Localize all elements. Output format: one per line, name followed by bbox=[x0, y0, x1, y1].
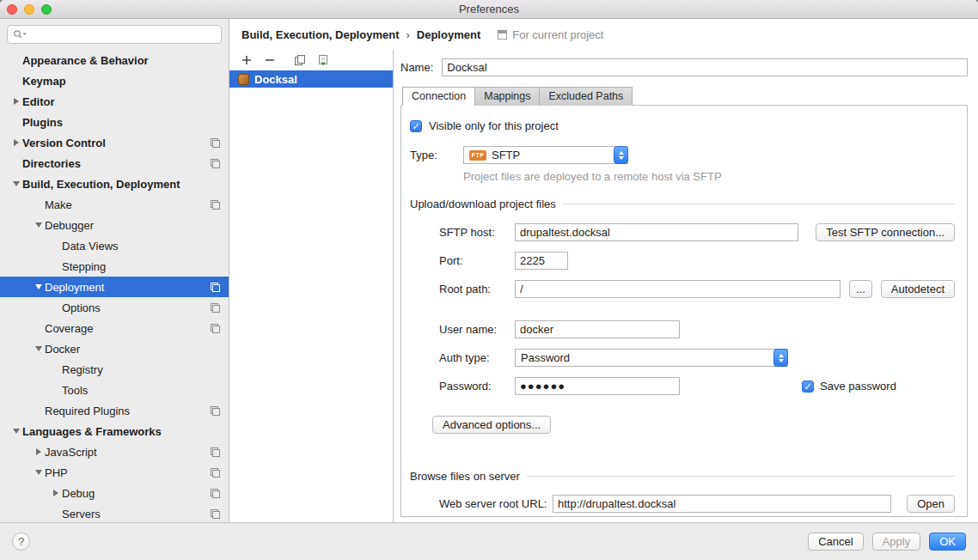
sidebar-item-required-plugins[interactable]: Required Plugins bbox=[0, 400, 229, 421]
help-button[interactable]: ? bbox=[12, 533, 30, 551]
breadcrumb: Build, Execution, Deployment › Deploymen… bbox=[241, 28, 480, 41]
autodetect-button[interactable]: Autodetect bbox=[881, 280, 955, 298]
test-sftp-connection-button[interactable]: Test SFTP connection... bbox=[816, 223, 955, 241]
auth-type-label: Auth type: bbox=[439, 351, 506, 364]
titlebar: Preferences bbox=[0, 0, 978, 19]
chevron-right-icon[interactable] bbox=[33, 448, 45, 455]
open-button[interactable]: Open bbox=[907, 495, 955, 513]
apply-button[interactable]: Apply bbox=[872, 533, 921, 551]
chevron-down-icon[interactable] bbox=[33, 284, 45, 289]
advanced-options-button[interactable]: Advanced options... bbox=[432, 416, 551, 434]
chevron-right-icon[interactable] bbox=[10, 139, 22, 146]
sidebar-item-tools[interactable]: Tools bbox=[0, 380, 229, 400]
tab-connection[interactable]: Connection bbox=[402, 87, 475, 106]
window-title: Preferences bbox=[459, 3, 519, 15]
close-window-button[interactable] bbox=[7, 4, 17, 15]
sidebar-item-build-execution-deployment[interactable]: Build, Execution, Deployment bbox=[0, 173, 229, 194]
server-list: Docksal bbox=[229, 70, 393, 522]
ftp-icon: FTP bbox=[469, 150, 486, 161]
connection-tab-panel: ✓ Visible only for this project Type: FT… bbox=[400, 105, 968, 517]
sync-server-button[interactable] bbox=[316, 53, 330, 67]
chevron-right-icon[interactable] bbox=[50, 490, 62, 496]
cancel-button[interactable]: Cancel bbox=[808, 533, 863, 551]
add-server-button[interactable] bbox=[240, 53, 254, 67]
upload-section-header: Upload/download project files bbox=[410, 198, 955, 210]
search-icon bbox=[13, 29, 27, 40]
settings-search-input[interactable] bbox=[30, 28, 216, 41]
deployment-form: Name: Connection Mappings Excluded Paths… bbox=[394, 50, 978, 522]
save-password-checkbox[interactable]: ✓ bbox=[802, 380, 814, 393]
traffic-lights bbox=[7, 4, 52, 15]
chevron-down-icon[interactable] bbox=[10, 181, 22, 186]
shared-settings-icon bbox=[211, 159, 220, 168]
shared-settings-icon bbox=[211, 138, 220, 148]
save-password-label[interactable]: Save password bbox=[820, 380, 896, 393]
shared-settings-icon bbox=[211, 468, 220, 478]
chevron-down-icon[interactable] bbox=[33, 470, 45, 475]
chevron-down-icon[interactable] bbox=[33, 346, 45, 351]
web-server-root-field[interactable] bbox=[553, 495, 891, 513]
sidebar-item-directories[interactable]: Directories bbox=[0, 153, 229, 173]
breadcrumb-row: Build, Execution, Deployment › Deploymen… bbox=[229, 19, 978, 50]
copy-server-button[interactable] bbox=[293, 53, 307, 67]
settings-tree: Appearance & Behavior Keymap Editor Plug… bbox=[0, 48, 229, 522]
shared-settings-icon bbox=[211, 324, 220, 333]
sidebar-item-stepping[interactable]: Stepping bbox=[0, 256, 229, 277]
sidebar-item-data-views[interactable]: Data Views bbox=[0, 235, 229, 256]
sidebar-item-registry[interactable]: Registry bbox=[0, 359, 229, 380]
settings-search-box[interactable] bbox=[7, 25, 222, 44]
password-field[interactable] bbox=[515, 377, 680, 395]
breadcrumb-page: Deployment bbox=[417, 28, 480, 41]
sftp-host-field[interactable] bbox=[515, 223, 798, 241]
sidebar-item-deployment[interactable]: Deployment bbox=[0, 277, 229, 297]
chevron-down-icon[interactable] bbox=[33, 222, 45, 228]
sidebar-item-debugger[interactable]: Debugger bbox=[0, 215, 229, 235]
sidebar-item-javascript[interactable]: JavaScript bbox=[0, 441, 229, 462]
sidebar-item-options[interactable]: Options bbox=[0, 297, 229, 318]
shared-settings-icon bbox=[211, 489, 220, 498]
sidebar-item-docker[interactable]: Docker bbox=[0, 338, 229, 359]
auth-type-select[interactable]: Password bbox=[515, 349, 788, 367]
tab-bar: Connection Mappings Excluded Paths bbox=[402, 87, 968, 106]
tab-mappings[interactable]: Mappings bbox=[474, 87, 540, 106]
minimize-window-button[interactable] bbox=[24, 4, 34, 15]
project-scope-icon bbox=[498, 30, 507, 40]
sidebar-item-editor[interactable]: Editor bbox=[0, 91, 229, 112]
ok-button[interactable]: OK bbox=[929, 533, 966, 551]
visible-project-label[interactable]: Visible only for this project bbox=[429, 119, 559, 132]
sidebar-item-servers[interactable]: Servers bbox=[0, 503, 229, 522]
section-divider bbox=[527, 476, 955, 477]
sidebar-item-php[interactable]: PHP bbox=[0, 462, 229, 483]
tab-excluded-paths[interactable]: Excluded Paths bbox=[539, 87, 633, 106]
server-list-toolbar bbox=[229, 50, 393, 70]
root-path-field[interactable] bbox=[515, 280, 840, 298]
auth-type-select-value: Password bbox=[521, 351, 768, 364]
sidebar-item-coverage[interactable]: Coverage bbox=[0, 318, 229, 338]
sidebar-item-keymap[interactable]: Keymap bbox=[0, 70, 229, 91]
sidebar-item-version-control[interactable]: Version Control bbox=[0, 132, 229, 153]
sftp-host-label: SFTP host: bbox=[439, 226, 506, 239]
sidebar-item-plugins[interactable]: Plugins bbox=[0, 112, 229, 132]
sidebar-item-languages-frameworks[interactable]: Languages & Frameworks bbox=[0, 421, 229, 441]
name-field[interactable] bbox=[442, 58, 968, 76]
chevron-down-icon[interactable] bbox=[10, 429, 22, 434]
preferences-window: Preferences Appearance & Behavior Keymap… bbox=[0, 0, 978, 560]
plus-icon bbox=[241, 54, 253, 66]
remove-server-button[interactable] bbox=[263, 53, 277, 67]
root-path-label: Root path: bbox=[439, 283, 506, 295]
server-list-item-docksal[interactable]: Docksal bbox=[229, 70, 393, 88]
upload-section-title: Upload/download project files bbox=[410, 198, 556, 210]
shared-settings-icon bbox=[211, 406, 220, 416]
user-name-field[interactable] bbox=[515, 320, 680, 338]
chevron-right-icon[interactable] bbox=[10, 98, 22, 105]
sidebar-item-appearance-behavior[interactable]: Appearance & Behavior bbox=[0, 50, 229, 70]
sidebar-item-debug[interactable]: Debug bbox=[0, 483, 229, 503]
port-field[interactable] bbox=[515, 252, 568, 270]
visible-project-checkbox[interactable]: ✓ bbox=[410, 120, 422, 132]
section-divider bbox=[563, 204, 955, 204]
zoom-window-button[interactable] bbox=[41, 4, 52, 15]
type-select[interactable]: FTP SFTP bbox=[463, 146, 628, 164]
sidebar-item-make[interactable]: Make bbox=[0, 194, 229, 215]
browse-root-path-button[interactable]: ... bbox=[849, 280, 872, 298]
settings-sidebar: Appearance & Behavior Keymap Editor Plug… bbox=[0, 19, 229, 522]
